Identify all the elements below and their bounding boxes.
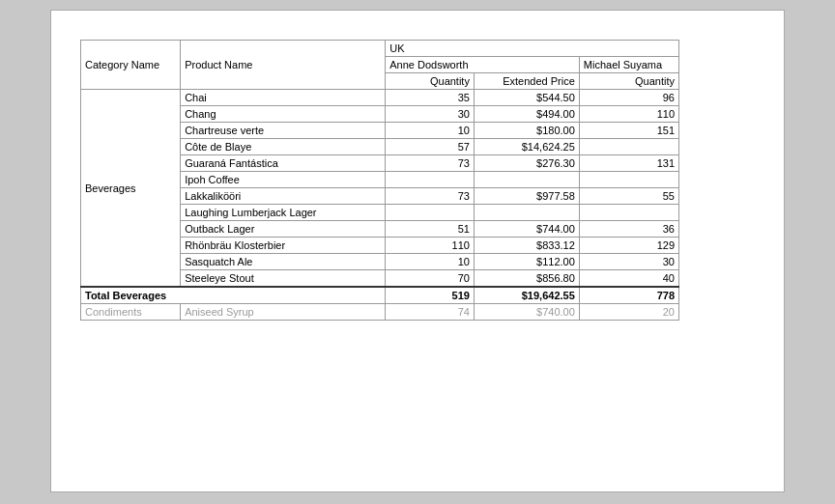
product-cell: Outback Lager bbox=[181, 221, 386, 238]
qty1-cell: 110 bbox=[386, 238, 475, 254]
ext-cell: $494.00 bbox=[474, 106, 579, 123]
qty2-cell: 30 bbox=[579, 254, 678, 270]
ext-cell: $276.30 bbox=[474, 155, 579, 172]
ext-cell bbox=[474, 205, 579, 221]
qty1-cell: 70 bbox=[386, 270, 475, 288]
product-cell: Steeleye Stout bbox=[181, 270, 386, 288]
product-cell: Chang bbox=[181, 106, 386, 123]
next-qty2: 20 bbox=[579, 304, 678, 321]
product-cell: Ipoh Coffee bbox=[181, 172, 386, 188]
qty2-cell: 131 bbox=[579, 155, 678, 172]
next-product: Aniseed Syrup bbox=[181, 304, 386, 321]
qty1-cell: 10 bbox=[386, 254, 475, 270]
qty2-cell bbox=[579, 205, 678, 221]
qty2-cell bbox=[579, 172, 678, 188]
product-cell: Lakkalikööri bbox=[181, 188, 386, 205]
header-person1: Anne Dodsworth bbox=[386, 57, 580, 73]
qty2-cell: 129 bbox=[579, 238, 678, 254]
total-qty1: 519 bbox=[386, 287, 475, 304]
qty1-cell: 51 bbox=[386, 221, 475, 238]
header-person2: Michael Suyama bbox=[579, 57, 678, 73]
ext-cell: $833.12 bbox=[474, 238, 579, 254]
ext-cell bbox=[474, 172, 579, 188]
next-ext: $740.00 bbox=[474, 304, 579, 321]
header-product: Product Name bbox=[181, 41, 386, 90]
ext-cell: $744.00 bbox=[474, 221, 579, 238]
ext-cell: $180.00 bbox=[474, 123, 579, 139]
total-qty2: 778 bbox=[579, 287, 678, 304]
next-category: Condiments bbox=[81, 304, 181, 321]
header-category: Category Name bbox=[81, 41, 181, 90]
qty2-cell bbox=[579, 139, 678, 155]
qty1-cell: 35 bbox=[386, 90, 475, 106]
qty1-cell bbox=[386, 172, 475, 188]
product-cell: Sasquatch Ale bbox=[181, 254, 386, 270]
qty1-cell: 10 bbox=[386, 123, 475, 139]
ext-cell: $544.50 bbox=[474, 90, 579, 106]
qty2-cell: 36 bbox=[579, 221, 678, 238]
qty2-cell: 96 bbox=[579, 90, 678, 106]
ext-cell: $977.58 bbox=[474, 188, 579, 205]
header-row-region: Category Name Product Name UK bbox=[81, 41, 679, 57]
qty1-cell bbox=[386, 205, 475, 221]
product-cell: Laughing Lumberjack Lager bbox=[181, 205, 386, 221]
product-cell: Rhönbräu Klosterbier bbox=[181, 238, 386, 254]
header-qty1: Quantity bbox=[386, 73, 475, 90]
qty2-cell: 110 bbox=[579, 106, 678, 123]
product-cell: Chartreuse verte bbox=[181, 123, 386, 139]
table-row: Beverages Chai 35 $544.50 96 bbox=[81, 90, 679, 106]
ext-cell: $14,624.25 bbox=[474, 139, 579, 155]
header-ext-price: Extended Price bbox=[474, 73, 579, 90]
table-row-next: Condiments Aniseed Syrup 74 $740.00 20 bbox=[81, 304, 679, 321]
qty1-cell: 73 bbox=[386, 188, 475, 205]
product-cell: Chai bbox=[181, 90, 386, 106]
qty2-cell: 55 bbox=[579, 188, 678, 205]
product-cell: Guaraná Fantástica bbox=[181, 155, 386, 172]
total-label: Total Beverages bbox=[81, 287, 386, 304]
ext-cell: $112.00 bbox=[474, 254, 579, 270]
total-ext: $19,642.55 bbox=[474, 287, 579, 304]
next-qty1: 74 bbox=[386, 304, 475, 321]
header-qty2: Quantity bbox=[579, 73, 678, 90]
product-cell: Côte de Blaye bbox=[181, 139, 386, 155]
report-table-container: Category Name Product Name UK Anne Dodsw… bbox=[80, 40, 774, 321]
qty2-cell: 151 bbox=[579, 123, 678, 139]
report-page: Category Name Product Name UK Anne Dodsw… bbox=[50, 10, 785, 492]
ext-cell: $856.80 bbox=[474, 270, 579, 288]
pivot-table: Category Name Product Name UK Anne Dodsw… bbox=[80, 40, 679, 321]
qty1-cell: 57 bbox=[386, 139, 475, 155]
header-region: UK bbox=[386, 41, 679, 57]
total-row: Total Beverages 519 $19,642.55 778 bbox=[81, 287, 679, 304]
qty1-cell: 30 bbox=[386, 106, 475, 123]
qty2-cell: 40 bbox=[579, 270, 678, 288]
qty1-cell: 73 bbox=[386, 155, 475, 172]
category-cell: Beverages bbox=[81, 90, 181, 288]
